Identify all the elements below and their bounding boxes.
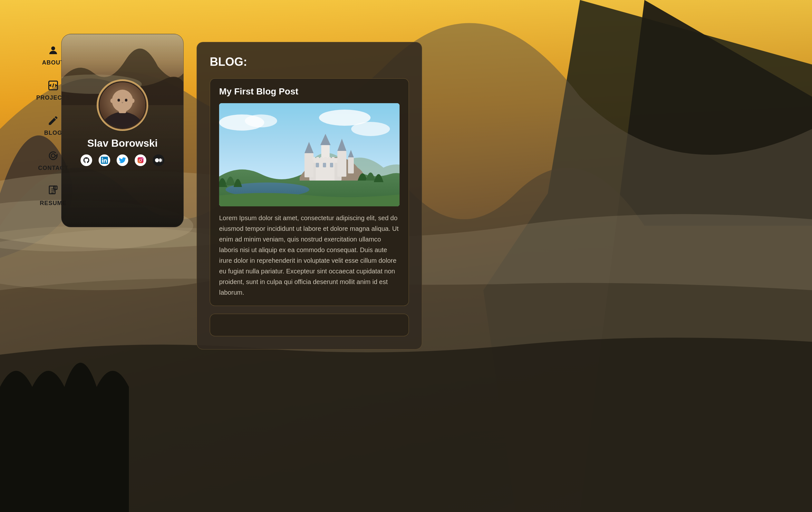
person-icon <box>46 43 60 57</box>
svg-point-14 <box>118 99 120 102</box>
svg-rect-45 <box>328 157 330 160</box>
profile-avatar-ring <box>97 79 148 131</box>
instagram-icon[interactable] <box>135 155 146 166</box>
blog-panel: BLOG: My First Blog Post <box>197 42 422 350</box>
svg-rect-33 <box>304 153 314 177</box>
blog-post-inner-1: My First Blog Post <box>210 79 409 306</box>
github-icon[interactable] <box>81 155 92 166</box>
twitter-icon[interactable] <box>117 155 128 166</box>
profile-name: Slav Borowski <box>87 137 158 149</box>
svg-point-23 <box>245 114 277 127</box>
svg-point-20 <box>142 158 143 159</box>
svg-rect-44 <box>324 157 327 160</box>
medium-icon[interactable] <box>153 155 164 166</box>
blog-post-inner-2 <box>210 314 409 336</box>
svg-rect-32 <box>330 163 333 167</box>
svg-rect-43 <box>320 157 323 160</box>
svg-rect-18 <box>138 157 143 163</box>
blog-post-card-2 <box>210 314 409 336</box>
svg-point-25 <box>319 110 371 126</box>
blog-post-body-1: Lorem Ipsum dolor sit amet, consectetur … <box>219 213 400 298</box>
svg-rect-31 <box>323 163 326 167</box>
blog-post-image-1 <box>219 103 400 206</box>
blog-section-title: BLOG: <box>210 55 409 69</box>
svg-rect-41 <box>313 157 315 160</box>
blog-post-card-1: My First Blog Post <box>210 78 409 306</box>
svg-point-16 <box>111 99 114 103</box>
at-icon <box>46 149 60 163</box>
svg-rect-37 <box>321 145 330 158</box>
svg-rect-35 <box>337 151 346 177</box>
blog-post-title-1: My First Blog Post <box>219 86 400 97</box>
sidebar-blog-label: BLOG <box>44 130 62 136</box>
svg-point-6 <box>51 154 55 158</box>
castle-svg <box>219 103 400 206</box>
profile-socials <box>81 155 164 166</box>
svg-rect-42 <box>316 157 319 160</box>
pencil-icon <box>46 113 60 128</box>
svg-rect-46 <box>332 157 335 160</box>
profile-card: Slav Borowski <box>61 34 184 227</box>
profile-avatar-container <box>97 79 148 131</box>
code-icon <box>46 78 60 92</box>
svg-rect-30 <box>316 163 319 167</box>
avatar-svg <box>99 81 145 129</box>
profile-avatar <box>98 81 146 129</box>
linkedin-icon[interactable] <box>98 155 110 166</box>
svg-point-17 <box>132 99 135 103</box>
document-icon <box>46 184 60 198</box>
svg-point-4 <box>51 47 55 50</box>
svg-point-15 <box>125 99 127 102</box>
svg-point-13 <box>112 90 133 112</box>
svg-rect-39 <box>348 157 354 173</box>
